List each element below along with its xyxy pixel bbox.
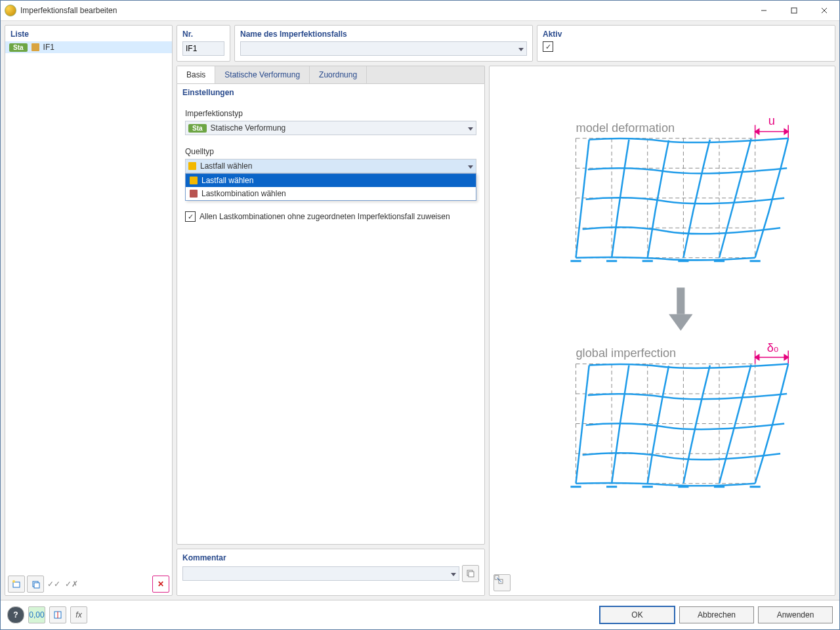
svg-rect-1 (791, 8, 797, 13)
settings-title: Einstellungen (177, 84, 484, 100)
imperfektionstyp-combo[interactable]: Sta Statische Verformung (185, 121, 476, 135)
dialog-body: Liste Sta IF1 ✓✓ ✓✗ ✕ (1, 21, 839, 600)
svg-marker-12 (784, 129, 788, 134)
quelltyp-combo[interactable]: Lastfall wählen (185, 159, 476, 173)
quelltyp-value: Lastfall wählen (200, 161, 252, 171)
maximize-button[interactable] (779, 1, 809, 20)
header-row: Nr. Name des Imperfektionsfalls Aktiv ✓ (177, 25, 835, 62)
dialog-window: Imperfektionsfall bearbeiten Liste Sta I… (0, 0, 840, 630)
assign-all-label: Allen Lastkombinationen ohne zugeordnete… (200, 212, 450, 221)
app-icon (5, 5, 16, 16)
titlebar: Imperfektionsfall bearbeiten (1, 1, 839, 21)
aktiv-panel: Aktiv ✓ (537, 25, 835, 62)
preview-top-label: model deformation (576, 121, 675, 135)
svg-marker-11 (755, 129, 759, 134)
quelltyp-options: Lastfall wählen Lastkombination wählen (185, 173, 476, 201)
assign-all-row: ✓ Allen Lastkombinationen ohne zugeordne… (185, 211, 476, 222)
list-item-label: IF1 (43, 43, 54, 52)
tab-statische-verformung[interactable]: Statische Verformung (215, 66, 310, 83)
list-toolbar: ✓✓ ✓✗ ✕ (5, 573, 172, 595)
left-column: Liste Sta IF1 ✓✓ ✓✗ ✕ (5, 25, 173, 596)
name-title: Name des Imperfektionsfalls (235, 26, 532, 41)
tabs: Basis Statische Verformung Zuordnung (177, 66, 485, 83)
svg-rect-32 (677, 287, 684, 314)
svg-rect-9 (469, 572, 474, 577)
option-label: Lastkombination wählen (201, 189, 286, 198)
chevron-down-icon (468, 123, 473, 133)
window-controls (749, 1, 839, 20)
cancel-button[interactable]: Abbrechen (679, 606, 754, 623)
chevron-down-icon (518, 44, 524, 53)
quelltyp-label: Quelltyp (185, 147, 476, 156)
tag-sta: Sta (9, 43, 28, 52)
footer: ? 0,00 fx OK Abbrechen Anwenden (1, 600, 839, 629)
aktiv-checkbox[interactable]: ✓ (543, 41, 553, 52)
apply-button[interactable]: Anwenden (758, 606, 833, 623)
color-swatch-icon (190, 177, 198, 184)
ok-button[interactable]: OK (599, 606, 675, 624)
new-item-button[interactable] (8, 576, 25, 593)
chevron-down-icon (468, 161, 473, 171)
assign-all-checkbox[interactable]: ✓ (185, 211, 196, 222)
aktiv-title: Aktiv (537, 26, 835, 41)
fx-button[interactable]: fx (70, 606, 87, 623)
work-row: Basis Statische Verformung Zuordnung Ein… (177, 66, 835, 596)
right-column: Nr. Name des Imperfektionsfalls Aktiv ✓ (177, 25, 835, 596)
kommentar-title: Kommentar (177, 549, 484, 565)
preview-bottom-label: global imperfection (576, 346, 677, 360)
svg-marker-33 (669, 314, 692, 331)
delete-button[interactable]: ✕ (152, 576, 169, 593)
window-title: Imperfektionsfall bearbeiten (20, 6, 749, 15)
option-lastkombination[interactable]: Lastkombination wählen (186, 187, 476, 200)
nr-title: Nr. (177, 26, 230, 41)
preview-top-symbol: u (768, 114, 775, 127)
color-swatch-icon (190, 190, 198, 198)
kommentar-combo[interactable] (182, 566, 459, 581)
svg-rect-4 (13, 582, 20, 587)
nr-panel: Nr. (177, 25, 230, 62)
tab-basis[interactable]: Basis (177, 66, 215, 83)
svg-marker-36 (784, 354, 788, 360)
list-item[interactable]: Sta IF1 (5, 41, 172, 53)
color-swatch-icon (188, 162, 196, 170)
kommentar-edit-button[interactable] (462, 565, 479, 582)
option-label: Lastfall wählen (201, 176, 253, 185)
kommentar-panel: Kommentar (177, 549, 485, 596)
help-button[interactable]: ? (7, 606, 24, 623)
list-title: Liste (5, 26, 172, 41)
preview-panel: model deformation u (489, 66, 835, 596)
preview-svg: model deformation u (490, 66, 835, 595)
loadcase-button[interactable] (49, 606, 66, 623)
units-button[interactable]: 0,00 (28, 606, 45, 623)
svg-marker-35 (755, 354, 759, 360)
tag-sta: Sta (188, 124, 207, 133)
settings-panel: Einstellungen Imperfektionstyp Sta Stati… (177, 83, 485, 545)
list-panel: Liste Sta IF1 ✓✓ ✓✗ ✕ (5, 25, 173, 596)
chevron-down-icon (451, 569, 456, 578)
settings-section: Imperfektionstyp Sta Statische Verformun… (177, 100, 484, 227)
minimize-button[interactable] (749, 1, 779, 20)
name-panel: Name des Imperfektionsfalls (234, 25, 533, 62)
svg-point-5 (12, 580, 15, 583)
left-work: Basis Statische Verformung Zuordnung Ein… (177, 66, 485, 596)
check-all-button[interactable]: ✓✓ (46, 576, 62, 592)
preview-bottom-symbol: δ₀ (767, 341, 778, 354)
uncheck-all-button[interactable]: ✓✗ (64, 576, 79, 592)
copy-item-button[interactable] (27, 576, 44, 593)
svg-rect-7 (34, 583, 39, 588)
quelltyp-dropdown: Lastfall wählen Lastfall wählen (185, 159, 476, 173)
preview-pick-button[interactable] (494, 574, 511, 591)
option-lastfall[interactable]: Lastfall wählen (186, 174, 476, 187)
close-button[interactable] (809, 1, 839, 20)
imperfektionstyp-value: Statische Verformung (211, 123, 286, 133)
nr-input[interactable] (182, 41, 224, 56)
color-swatch-icon (32, 43, 39, 51)
name-combo[interactable] (240, 41, 527, 56)
preview-area: model deformation u (490, 66, 835, 595)
tab-zuordnung[interactable]: Zuordnung (310, 66, 367, 83)
imperfektionstyp-label: Imperfektionstyp (185, 109, 476, 118)
